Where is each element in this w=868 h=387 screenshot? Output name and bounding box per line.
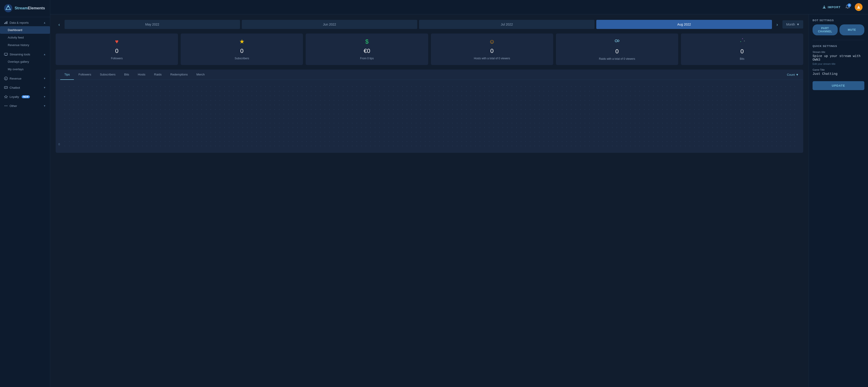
loyalty-label: Loyalty: [9, 95, 19, 98]
sidebar-item-overlays-gallery[interactable]: Overlays gallery: [0, 58, 50, 65]
other-label: Other: [9, 104, 17, 108]
sidebar-group-loyalty[interactable]: Loyalty NEW ▼: [0, 93, 50, 100]
svg-rect-7: [5, 55, 7, 56]
month-jun[interactable]: Jun 2022: [242, 20, 417, 29]
svg-marker-22: [742, 38, 743, 39]
tips-label: From 0 tips: [360, 57, 374, 60]
svg-text:$: $: [5, 77, 6, 80]
tab-bits[interactable]: Bits: [120, 70, 133, 80]
svg-point-14: [5, 105, 5, 106]
sidebar-item-dashboard[interactable]: Dashboard: [0, 26, 50, 34]
sidebar-group-streaming-tools[interactable]: Streaming tools ▲: [0, 50, 50, 58]
sidebar-group-data-reports[interactable]: Data & reports ▲: [0, 19, 50, 26]
user-avatar-button[interactable]: [855, 3, 863, 11]
my-overlays-label: My overlays: [8, 67, 24, 71]
loyalty-chevron: ▼: [43, 95, 46, 98]
hosts-value: 0: [490, 47, 493, 55]
raids-label: Raids with a total of 0 viewers: [599, 57, 635, 60]
svg-rect-17: [823, 8, 826, 8]
stat-card-bits: 0 Bits: [681, 34, 803, 65]
revenue-chevron: ▼: [43, 77, 46, 80]
svg-point-11: [5, 87, 5, 88]
streaming-tools-chevron: ▲: [43, 53, 46, 56]
stream-title-value: Spice up your stream with OWN3: [812, 54, 864, 62]
update-button[interactable]: UPDATE: [812, 81, 864, 90]
raids-icon: [614, 38, 620, 45]
topbar: IMPORT 2: [50, 0, 868, 14]
sidebar-item-revenue-history[interactable]: Revenue history: [0, 41, 50, 49]
tab-raids[interactable]: Raids: [150, 70, 166, 80]
part-channel-button[interactable]: PART CHANNEL: [812, 24, 838, 35]
revenue-label: Revenue: [9, 77, 22, 80]
streaming-tools-label: Streaming tools: [9, 53, 30, 56]
month-aug[interactable]: Aug 2022: [596, 20, 772, 29]
other-chevron: ▼: [43, 104, 46, 107]
right-panel: BOT SETTINGS PART CHANNEL MUTE QUICK SET…: [809, 14, 868, 387]
bits-label: Bits: [740, 57, 744, 60]
tab-followers[interactable]: Followers: [74, 70, 95, 80]
mute-button[interactable]: MUTE: [839, 24, 865, 35]
chart-tabs: Tips Followers Subscribers Bits Hosts Ra…: [56, 70, 803, 80]
notifications-button[interactable]: 2: [845, 4, 850, 10]
period-dropdown[interactable]: Month ▼: [782, 20, 803, 29]
sidebar-item-my-overlays[interactable]: My overlays: [0, 65, 50, 73]
import-icon: [822, 5, 826, 9]
tab-subscribers[interactable]: Subscribers: [96, 70, 120, 80]
overlays-gallery-label: Overlays gallery: [8, 60, 29, 63]
quick-settings-panel: QUICK SETTINGS Stream title Spice up you…: [812, 45, 864, 76]
sidebar-chatbot-section: Chatbot ▼: [0, 84, 50, 91]
tab-hosts[interactable]: Hosts: [134, 70, 149, 80]
subscribers-value: 0: [240, 47, 243, 55]
game-title-value: Just Chatting: [812, 72, 864, 76]
svg-marker-21: [740, 41, 741, 42]
chatbot-label: Chatbot: [9, 86, 20, 89]
svg-rect-5: [7, 21, 7, 24]
tab-merch[interactable]: Merch: [192, 70, 209, 80]
chart-zero-label: 0: [58, 143, 60, 146]
count-label: Count: [787, 73, 795, 76]
revenue-icon: $: [4, 76, 8, 80]
quick-settings-title: QUICK SETTINGS: [812, 45, 864, 47]
notification-count: 2: [847, 3, 851, 7]
svg-point-20: [617, 40, 619, 42]
prev-month-button[interactable]: ‹: [56, 20, 63, 29]
chatbot-chevron: ▼: [43, 86, 46, 89]
sidebar-group-other[interactable]: Other ▼: [0, 102, 50, 109]
tab-redemptions[interactable]: Redemptions: [166, 70, 192, 80]
stream-title-label: Stream title: [812, 51, 864, 53]
month-jul[interactable]: Jul 2022: [419, 20, 594, 29]
raids-value: 0: [616, 48, 619, 55]
import-button[interactable]: IMPORT: [822, 5, 841, 9]
sidebar-streaming-tools-section: Streaming tools ▲ Overlays gallery My ov…: [0, 50, 50, 73]
count-dropdown[interactable]: Count ▼: [787, 71, 799, 79]
stat-card-tips: $ €0 From 0 tips: [306, 34, 428, 65]
sidebar-group-chatbot[interactable]: Chatbot ▼: [0, 84, 50, 91]
hosts-label: Hosts with a total of 0 viewers: [474, 57, 510, 60]
loyalty-icon: [4, 95, 8, 98]
other-icon: [4, 104, 8, 108]
followers-icon: ♥: [115, 38, 118, 45]
bits-icon: [739, 38, 745, 45]
bits-value: 0: [741, 48, 744, 55]
stat-card-subscribers: ★ 0 Subscribers: [181, 34, 303, 65]
tips-icon: $: [365, 38, 368, 45]
svg-rect-6: [4, 53, 7, 55]
followers-value: 0: [115, 47, 118, 55]
sidebar-item-activity-feed[interactable]: Activity feed: [0, 34, 50, 41]
chart-dotted-background: [62, 85, 799, 148]
hosts-icon: ☺: [489, 38, 495, 45]
sidebar-group-revenue[interactable]: $ Revenue ▼: [0, 74, 50, 82]
subscribers-label: Subscribers: [235, 57, 249, 60]
chart-section: Tips Followers Subscribers Bits Hosts Ra…: [56, 70, 803, 153]
tab-tips[interactable]: Tips: [60, 70, 74, 80]
stat-card-hosts: ☺ 0 Hosts with a total of 0 viewers: [431, 34, 553, 65]
stream-title-hint: Edit your stream title: [812, 63, 864, 65]
avatar-icon: [857, 5, 861, 9]
month-may[interactable]: May 2022: [65, 20, 240, 29]
svg-point-13: [6, 87, 7, 88]
stat-card-followers: ♥ 0 Followers: [56, 34, 178, 65]
next-month-button[interactable]: ›: [774, 20, 781, 29]
main-content: IMPORT 2 ‹ May 2022 Jun 2022 Jul 2022 Au…: [50, 0, 868, 387]
count-chevron: ▼: [796, 73, 799, 76]
logo[interactable]: StreamElements: [0, 0, 50, 17]
